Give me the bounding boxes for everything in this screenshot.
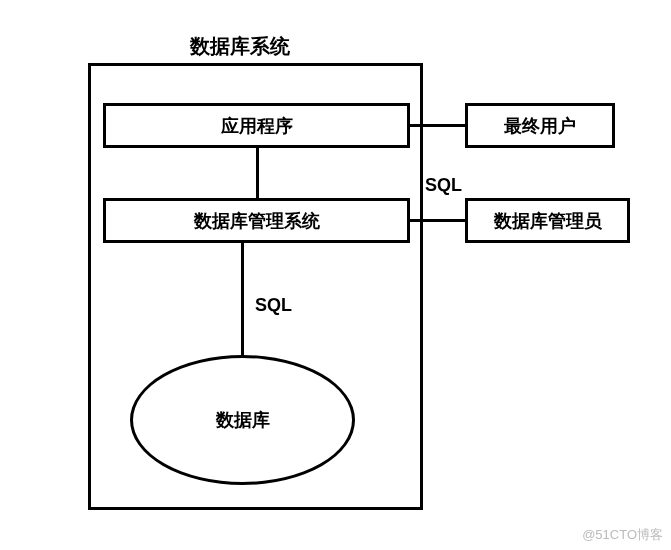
- sql-label-db: SQL: [255, 295, 292, 316]
- dba-box: 数据库管理员: [465, 198, 630, 243]
- application-label: 应用程序: [221, 114, 293, 138]
- connector-app-dbms: [256, 148, 259, 198]
- dbms-box: 数据库管理系统: [103, 198, 410, 243]
- connector-dbms-db: [241, 243, 244, 356]
- watermark: @51CTO博客: [582, 526, 663, 544]
- connector-app-enduser: [410, 124, 465, 127]
- end-user-label: 最终用户: [504, 114, 576, 138]
- dba-label: 数据库管理员: [494, 209, 602, 233]
- database-label: 数据库: [216, 408, 270, 432]
- database-ellipse: 数据库: [130, 355, 355, 485]
- dbms-label: 数据库管理系统: [194, 209, 320, 233]
- end-user-box: 最终用户: [465, 103, 615, 148]
- connector-dbms-dba: [410, 219, 465, 222]
- application-box: 应用程序: [103, 103, 410, 148]
- sql-label-user: SQL: [425, 175, 462, 196]
- diagram-title: 数据库系统: [190, 33, 290, 60]
